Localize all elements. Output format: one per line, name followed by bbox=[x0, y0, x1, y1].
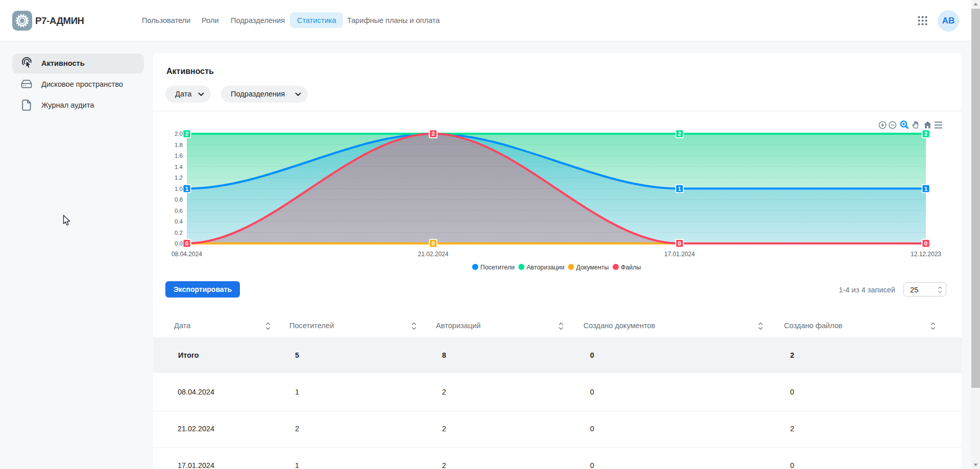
svg-text:Файлы: Файлы bbox=[621, 264, 641, 271]
svg-text:Посетители: Посетители bbox=[480, 264, 514, 271]
svg-text:0.4: 0.4 bbox=[175, 218, 183, 225]
svg-text:0: 0 bbox=[678, 240, 681, 246]
svg-text:17.01.2024: 17.01.2024 bbox=[664, 251, 695, 258]
svg-text:1: 1 bbox=[678, 186, 681, 192]
svg-text:1: 1 bbox=[924, 186, 928, 192]
svg-text:1.8: 1.8 bbox=[175, 142, 183, 148]
svg-text:Документы: Документы bbox=[576, 264, 609, 271]
svg-text:0: 0 bbox=[924, 240, 927, 246]
svg-text:0.0: 0.0 bbox=[175, 240, 183, 246]
svg-text:0: 0 bbox=[185, 240, 188, 246]
svg-text:1.4: 1.4 bbox=[175, 164, 183, 170]
svg-text:0.6: 0.6 bbox=[175, 208, 183, 214]
svg-text:21.02.2024: 21.02.2024 bbox=[418, 251, 449, 258]
svg-text:0.8: 0.8 bbox=[175, 196, 183, 203]
svg-text:2: 2 bbox=[431, 131, 434, 137]
svg-text:1: 1 bbox=[185, 186, 189, 192]
svg-text:1.6: 1.6 bbox=[175, 153, 183, 159]
svg-text:08.04.2024: 08.04.2024 bbox=[172, 251, 202, 258]
svg-text:1.0: 1.0 bbox=[175, 186, 183, 192]
svg-text:2: 2 bbox=[924, 131, 927, 137]
svg-text:1.2: 1.2 bbox=[175, 175, 183, 181]
svg-text:2.0: 2.0 bbox=[175, 131, 183, 137]
svg-text:0: 0 bbox=[431, 240, 434, 246]
svg-text:12.12.2023: 12.12.2023 bbox=[911, 251, 941, 258]
svg-text:Авторизации: Авторизации bbox=[527, 264, 565, 271]
svg-text:2: 2 bbox=[185, 131, 188, 137]
svg-text:0.2: 0.2 bbox=[175, 230, 183, 236]
svg-text:2: 2 bbox=[678, 131, 681, 137]
